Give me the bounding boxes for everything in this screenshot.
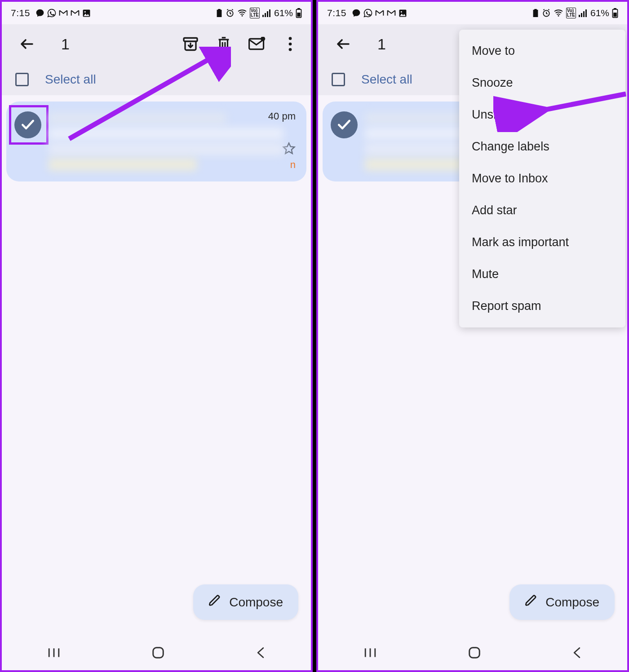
nav-back-button[interactable] <box>256 646 266 661</box>
archive-button[interactable] <box>176 30 205 58</box>
email-content: 40 pm n <box>49 110 296 173</box>
overflow-menu: Move to Snooze Unsnooze Change labels Mo… <box>459 30 625 327</box>
gmail-m-icon-2 <box>71 9 80 17</box>
svg-rect-9 <box>297 8 300 9</box>
compose-button[interactable]: Compose <box>509 584 615 620</box>
selection-check-avatar[interactable] <box>331 111 358 138</box>
svg-rect-32 <box>613 13 616 17</box>
signal-icon <box>262 9 271 17</box>
svg-point-23 <box>401 11 402 12</box>
svg-point-25 <box>558 15 559 17</box>
menu-item-mark-important[interactable]: Mark as important <box>459 226 625 258</box>
menu-item-add-star[interactable]: Add star <box>459 195 625 226</box>
selection-check-avatar[interactable] <box>14 111 41 138</box>
battery-icon <box>612 8 618 18</box>
back-button[interactable] <box>13 30 41 58</box>
svg-rect-26 <box>579 15 580 17</box>
signal-icon <box>579 9 588 17</box>
selected-count: 1 <box>61 35 172 53</box>
alarm-icon <box>226 9 235 18</box>
nav-recents-button[interactable] <box>363 647 377 660</box>
blurred-sender <box>49 112 226 125</box>
status-time: 7:15 <box>11 8 30 18</box>
svg-rect-21 <box>153 647 164 658</box>
svg-point-15 <box>289 43 292 46</box>
status-right: Vo)LTE 61% <box>216 8 302 18</box>
status-right: Vo)LTE 61% <box>532 8 618 18</box>
status-time: 7:15 <box>327 8 346 18</box>
blurred-snippet-2 <box>365 158 464 171</box>
select-all-checkbox[interactable] <box>15 73 29 86</box>
menu-item-move-to[interactable]: Move to <box>459 35 625 67</box>
menu-item-change-labels[interactable]: Change labels <box>459 131 625 163</box>
gmail-m-icon <box>375 9 384 17</box>
battery-percent: 61% <box>274 8 293 18</box>
menu-item-unsnooze[interactable]: Unsnooze <box>459 99 625 131</box>
select-all-checkbox[interactable] <box>332 73 345 86</box>
email-time: 40 pm <box>268 111 296 122</box>
orange-text-fragment: n <box>290 159 296 171</box>
back-button[interactable] <box>329 30 358 58</box>
chat-bubble-icon <box>35 9 44 18</box>
select-all-label[interactable]: Select all <box>361 72 412 87</box>
svg-rect-6 <box>267 11 268 17</box>
svg-rect-7 <box>269 9 270 17</box>
wifi-icon <box>237 9 247 17</box>
nav-home-button[interactable] <box>468 646 481 661</box>
phone-screen-left: 7:15 <box>0 0 313 672</box>
pencil-icon <box>208 594 221 610</box>
svg-rect-29 <box>585 9 587 17</box>
svg-rect-31 <box>614 8 616 9</box>
battery-saver-icon <box>216 9 223 17</box>
svg-point-14 <box>289 37 292 40</box>
compose-label: Compose <box>229 595 283 610</box>
menu-item-mute[interactable]: Mute <box>459 258 625 290</box>
chat-bubble-icon <box>352 9 361 18</box>
svg-rect-28 <box>583 11 585 17</box>
nav-home-button[interactable] <box>151 646 165 661</box>
star-icon[interactable] <box>282 142 296 157</box>
svg-point-1 <box>84 11 86 12</box>
menu-item-snooze[interactable]: Snooze <box>459 67 625 99</box>
status-left: 7:15 <box>11 8 91 18</box>
android-nav-bar <box>318 637 627 670</box>
mark-unread-button[interactable] <box>243 30 271 58</box>
battery-percent: 61% <box>590 8 609 18</box>
menu-item-move-to-inbox[interactable]: Move to Inbox <box>459 163 625 195</box>
battery-saver-icon <box>532 9 539 17</box>
svg-rect-10 <box>297 13 300 17</box>
svg-rect-4 <box>262 15 264 17</box>
alarm-icon <box>542 9 551 18</box>
status-left: 7:15 <box>327 8 407 18</box>
svg-rect-37 <box>470 647 480 658</box>
svg-rect-5 <box>265 13 266 17</box>
nav-recents-button[interactable] <box>47 647 61 660</box>
app-bar: 1 <box>2 24 311 64</box>
email-item-selected[interactable]: 40 pm n <box>6 102 306 181</box>
delete-button[interactable] <box>209 30 238 58</box>
menu-item-report-spam[interactable]: Report spam <box>459 290 625 322</box>
whatsapp-icon <box>363 9 372 18</box>
phone-screen-right: 7:15 Vo)LTE 61% 1 Select all <box>316 0 629 672</box>
svg-rect-11 <box>184 38 197 42</box>
volte-icon: Vo)LTE <box>250 8 260 18</box>
android-nav-bar <box>2 637 311 670</box>
email-list: 40 pm n <box>2 95 311 181</box>
overflow-menu-button[interactable] <box>276 30 305 58</box>
svg-point-3 <box>241 15 243 17</box>
photo-icon <box>82 9 91 18</box>
blurred-snippet-2 <box>49 158 197 171</box>
whatsapp-icon <box>47 9 56 18</box>
status-bar: 7:15 Vo)LTE 61% <box>318 2 627 24</box>
compose-button[interactable]: Compose <box>193 584 298 620</box>
volte-icon: Vo)LTE <box>566 8 576 18</box>
svg-point-16 <box>289 48 292 51</box>
status-bar: 7:15 <box>2 2 311 24</box>
wifi-icon <box>554 9 563 17</box>
battery-icon <box>296 8 302 18</box>
photo-icon <box>399 9 407 18</box>
nav-back-button[interactable] <box>572 646 582 661</box>
pencil-icon <box>525 594 537 610</box>
gmail-m-icon <box>59 9 68 17</box>
select-all-label[interactable]: Select all <box>45 72 96 87</box>
